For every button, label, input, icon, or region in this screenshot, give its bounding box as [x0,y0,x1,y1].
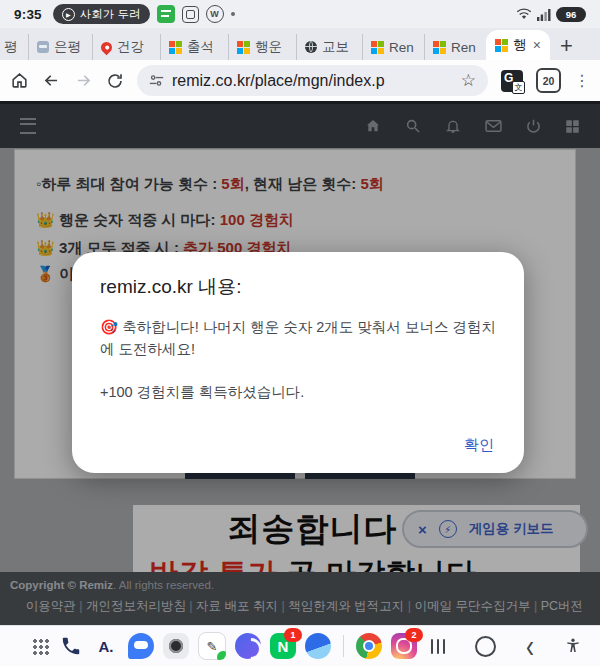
web-content: ◦하루 최대 참여 가능 횟수 : 5회, 현재 남은 횟수: 5회 👑 행운 … [0,101,600,625]
tab-favicon [37,41,49,53]
url-text[interactable]: remiz.co.kr/place/mgn/index.p [172,72,453,90]
back-nav-button[interactable]: ‹ [526,630,534,662]
battery-indicator: 96 [556,7,586,22]
tab-kyobo[interactable]: 교보 [296,34,362,60]
android-taskbar: A. ✎ N 1 2 ‹ [0,625,600,666]
four-square-favicon [495,39,508,52]
tab-attendance[interactable]: 출석 [160,34,228,60]
media-notification-pill[interactable]: ▶ 사회가 두려 [53,4,150,24]
tab-active-remiz[interactable]: 행 × [486,30,550,60]
signal-icon [537,8,551,21]
dart-icon: 🎯 [100,319,118,335]
dialog-title: remiz.co.kr 내용: [100,274,496,300]
close-tab-icon[interactable]: × [533,38,541,52]
wifi-icon [516,7,532,21]
site-settings-icon [149,74,164,87]
a-dot-app-icon[interactable]: A. [93,633,119,659]
tab-health[interactable]: 건강 [92,34,160,60]
notes-app-icon[interactable]: ✎ [198,632,226,660]
naver-app-icon[interactable]: N 1 [270,633,296,659]
instagram-app-icon[interactable]: 2 [391,633,417,659]
reload-button[interactable] [106,72,124,90]
browser-toolbar: remiz.co.kr/place/mgn/index.p ☆ G 文 20 ⋮ [0,60,600,101]
tab-remiz-1[interactable]: Ren [362,34,424,60]
four-square-favicon [237,41,250,54]
bixby-app-icon[interactable] [235,633,261,659]
browser-menu-icon[interactable]: ⋮ [574,73,590,89]
green-app-notification-icon [157,5,175,23]
home-nav-button[interactable] [475,636,496,657]
phone-screen: 9:35 ▶ 사회가 두려 W 96 평 [0,0,600,666]
play-icon: ▶ [62,8,75,21]
tab-lucky[interactable]: 행운 [228,34,296,60]
home-button[interactable] [10,71,29,90]
new-tab-button[interactable]: + [560,35,573,57]
notification-badge: 1 [284,628,302,642]
w-app-notification-icon: W [206,5,224,23]
camera-app-icon[interactable] [163,633,189,659]
map-pin-icon [99,39,115,55]
back-button[interactable] [42,71,61,90]
four-square-favicon [169,41,182,54]
four-square-favicon [371,41,384,54]
clock: 9:35 [14,7,42,22]
four-square-favicon [433,41,446,54]
confirm-button[interactable]: 확인 [464,436,494,455]
dialog-message: 🎯 축하합니다! 나머지 행운 숫자 2개도 맞춰서 보너스 경험치에 도전하세… [100,316,500,361]
notification-badge: 2 [405,628,423,642]
more-notifications-dot [231,12,235,16]
app-drawer-icon[interactable] [32,638,49,655]
browser-tab-strip: 평 은평 건강 출석 행운 교보 Ren Ren [0,28,600,60]
screen-cast-icon [182,6,199,23]
recents-button[interactable] [431,639,446,654]
tab-partial[interactable]: 평 [2,34,28,60]
js-alert-dialog: remiz.co.kr 내용: 🎯 축하합니다! 나머지 행운 숫자 2개도 맞… [72,252,524,473]
chrome-app-icon[interactable] [356,633,382,659]
taskbar-divider [343,635,344,657]
media-notification-label: 사회가 두려 [80,7,141,22]
translate-icon[interactable]: G 文 [501,70,523,92]
dialog-message-2: +100 경험치를 획득하셨습니다. [100,383,496,402]
messages-app-icon[interactable] [128,633,154,659]
accessibility-button[interactable] [564,636,582,656]
omnibox[interactable]: remiz.co.kr/place/mgn/index.p ☆ [137,65,488,96]
status-bar: 9:35 ▶ 사회가 두려 W 96 [0,0,600,28]
forward-button[interactable] [74,71,93,90]
globe-icon [305,41,317,53]
tab-remiz-2[interactable]: Ren [424,34,486,60]
tab-switcher-button[interactable]: 20 [536,68,561,93]
tab-eunpyeong[interactable]: 은평 [28,34,92,60]
phone-app-icon[interactable] [58,633,84,659]
bookmark-star-icon[interactable]: ☆ [461,70,476,91]
whale-browser-icon[interactable] [305,633,331,659]
